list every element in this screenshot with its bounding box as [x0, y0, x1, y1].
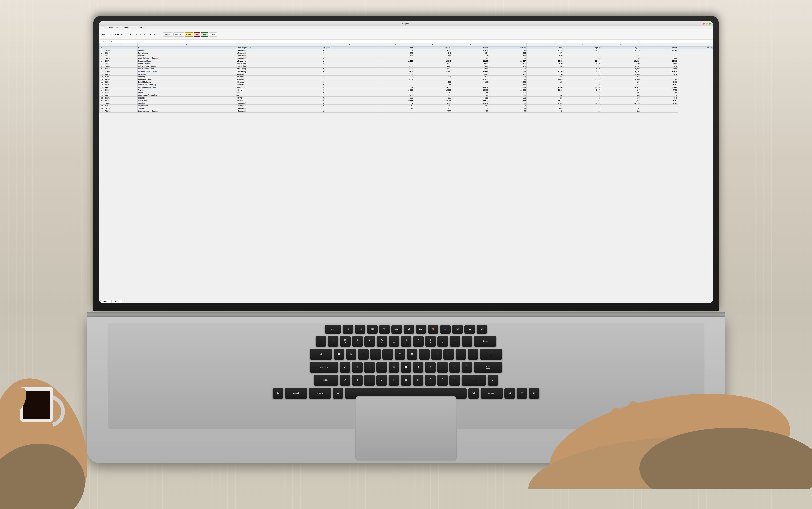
italic-button[interactable]: I: [124, 33, 128, 36]
spreadsheet-cell[interactable]: 20,775: [601, 102, 640, 105]
spreadsheet-cell[interactable]: 1,266: [564, 62, 601, 65]
cell-rownum[interactable]: 3: [100, 52, 104, 55]
spreadsheet-cell[interactable]: 14,600: [489, 70, 526, 73]
key-l[interactable]: L: [437, 362, 448, 373]
cell-rownum[interactable]: 4: [100, 55, 104, 57]
key-j[interactable]: J: [413, 362, 423, 373]
spreadsheet-cell[interactable]: 1,953: [489, 105, 526, 107]
spreadsheet-cell[interactable]: 190: [414, 73, 452, 75]
key-backslash[interactable]: |\: [480, 349, 502, 360]
cell-rownum[interactable]: 8: [100, 65, 104, 68]
spreadsheet-cell[interactable]: 2,466: [601, 73, 640, 75]
spreadsheet-cell[interactable]: 4,500: [564, 68, 601, 70]
key-f1[interactable]: ☀: [343, 325, 353, 334]
spreadsheet-cell[interactable]: 12,357: [564, 49, 601, 52]
spreadsheet-cell[interactable]: 1-Personnal: [236, 60, 322, 62]
spreadsheet-cell[interactable]: 166: [452, 81, 489, 83]
spreadsheet-cell[interactable]: 356: [452, 97, 489, 99]
spreadsheet-cell[interactable]: 1: [322, 60, 378, 62]
spreadsheet-cell[interactable]: 1: [322, 55, 378, 57]
spreadsheet-cell[interactable]: 133: [640, 55, 678, 57]
spreadsheet-cell[interactable]: 12,620: [414, 70, 452, 73]
spreadsheet-cell[interactable]: 1,500: [601, 62, 640, 65]
spreadsheet-cell[interactable]: 15,611: [452, 99, 489, 102]
spreadsheet-cell[interactable]: Benefits: [138, 49, 236, 52]
spreadsheet-cell[interactable]: 18,639: [526, 60, 564, 62]
spreadsheet-cell[interactable]: 10,674: [452, 102, 489, 105]
key-option-right[interactable]: alt option: [480, 388, 503, 399]
spreadsheet-cell[interactable]: 35246: [104, 105, 138, 107]
spreadsheet-cell[interactable]: 4,600: [640, 62, 678, 65]
spreadsheet-cell[interactable]: 247: [601, 89, 640, 92]
menu-layout[interactable]: Layout: [107, 26, 114, 29]
spreadsheet-cell[interactable]: Feb-16: [489, 46, 526, 49]
spreadsheet-cell[interactable]: 2: [322, 62, 378, 65]
spreadsheet-cell[interactable]: 16,136: [414, 99, 452, 102]
key-s[interactable]: S: [352, 362, 363, 373]
key-f2[interactable]: ☀☀: [355, 325, 365, 334]
spreadsheet-cell[interactable]: 2: [322, 73, 378, 75]
spreadsheet-cell[interactable]: 13,565: [414, 49, 452, 52]
spreadsheet-cell[interactable]: 374: [526, 105, 564, 107]
spreadsheet-cell[interactable]: 345: [378, 105, 414, 107]
key-capslock[interactable]: caps lock: [310, 362, 338, 373]
spreadsheet-cell[interactable]: 456: [564, 110, 601, 112]
spreadsheet-cell[interactable]: 3-Commu: [236, 78, 322, 81]
spreadsheet-cell[interactable]: Payroll taxes: [138, 52, 236, 55]
key-slash[interactable]: ?/: [449, 375, 460, 385]
key-2[interactable]: @2: [340, 336, 350, 346]
key-x[interactable]: X: [352, 375, 363, 385]
spreadsheet-cell[interactable]: Commissions and bonuses: [138, 110, 236, 112]
spreadsheet-cell[interactable]: 0: [322, 102, 378, 105]
spreadsheet-cell[interactable]: 24,760: [640, 49, 678, 52]
spreadsheet-cell[interactable]: Benefits: [138, 102, 236, 105]
spreadsheet-cell[interactable]: 15,333: [414, 89, 452, 92]
spreadsheet-cell[interactable]: 2-Marketing: [236, 65, 322, 68]
spreadsheet-cell[interactable]: Promotions: [138, 73, 236, 75]
spreadsheet-cell[interactable]: 6,800: [601, 68, 640, 70]
spreadsheet-cell[interactable]: 16,392: [526, 102, 564, 105]
key-control[interactable]: control: [285, 388, 307, 399]
cell-rownum[interactable]: 15: [100, 83, 104, 86]
key-cmd-left[interactable]: ⌘: [333, 388, 343, 399]
spreadsheet-cell[interactable]: Postage: [138, 97, 236, 99]
spreadsheet-cell[interactable]: 100: [452, 94, 489, 97]
percent-button[interactable]: %: [153, 33, 156, 36]
spreadsheet-cell[interactable]: 865: [601, 83, 640, 86]
spreadsheet-cell[interactable]: 10,432: [378, 78, 414, 81]
key-bracket-left[interactable]: {[: [455, 349, 466, 360]
key-f8[interactable]: 🔇: [428, 325, 439, 334]
spreadsheet-cell[interactable]: [640, 105, 678, 107]
spreadsheet-cell[interactable]: 4-Other: [236, 92, 322, 94]
key-e[interactable]: E: [358, 349, 369, 360]
key-4[interactable]: $4: [364, 336, 375, 346]
key-n[interactable]: N: [401, 375, 411, 385]
spreadsheet-cell[interactable]: 10,674: [452, 49, 489, 52]
spreadsheet-cell[interactable]: 432: [489, 73, 526, 75]
key-f4[interactable]: 🔍: [379, 325, 390, 334]
spreadsheet-cell[interactable]: 1,850: [526, 107, 564, 110]
key-d[interactable]: D: [364, 362, 375, 373]
spreadsheet-cell[interactable]: 1-Personnal: [236, 102, 322, 105]
spreadsheet-cell[interactable]: 3,674: [640, 65, 678, 68]
spreadsheet-cell[interactable]: Salaries: [138, 107, 236, 110]
spreadsheet-cell[interactable]: 180: [452, 110, 489, 112]
spreadsheet-cell[interactable]: Jan-16: [452, 46, 489, 49]
spreadsheet-cell[interactable]: 5,000: [452, 62, 489, 65]
key-option-left[interactable]: alt option: [309, 388, 331, 399]
key-h[interactable]: H: [401, 362, 411, 373]
spreadsheet-cell[interactable]: 345: [378, 52, 414, 55]
spreadsheet-cell[interactable]: 347: [414, 105, 452, 107]
spreadsheet-cell[interactable]: 16,505: [489, 86, 526, 89]
spreadsheet-cell[interactable]: 456: [564, 57, 601, 60]
key-enter[interactable]: enterreturn: [474, 362, 502, 373]
spreadsheet-cell[interactable]: 2-Marketing: [236, 62, 322, 65]
spreadsheet-cell[interactable]: 150: [414, 92, 452, 94]
spreadsheet-cell[interactable]: 0: [322, 110, 378, 112]
spreadsheet-cell[interactable]: Communication Total: [138, 86, 236, 89]
spreadsheet-cell[interactable]: 2,000: [452, 68, 489, 70]
spreadsheet-cell[interactable]: 1,245: [452, 73, 489, 75]
spreadsheet-cell[interactable]: 4-Other: [236, 99, 322, 102]
spreadsheet-cell[interactable]: 1-Personnal: [236, 55, 322, 57]
spreadsheet-cell[interactable]: 19,330: [414, 86, 452, 89]
